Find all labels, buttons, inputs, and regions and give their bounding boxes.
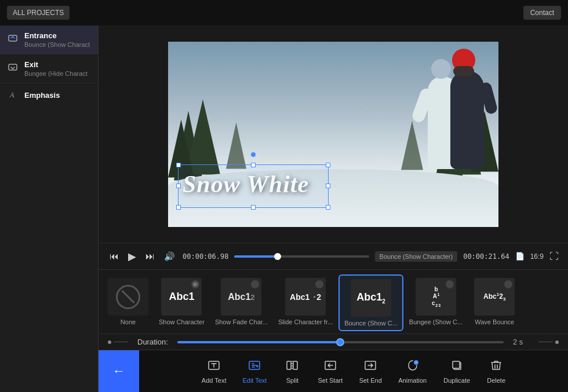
scrubber-handle[interactable] <box>274 253 281 260</box>
duration-label: Duration: <box>137 338 168 346</box>
animation-icon <box>406 358 420 375</box>
handle-mr[interactable] <box>326 184 330 188</box>
duration-marker-2 <box>555 340 559 344</box>
preset-slide-char-label: Slide Character fr... <box>278 318 333 325</box>
preset-slide-thumbnail: Abc1 ⬝2 <box>285 278 326 316</box>
bounce-icon: Abc12 <box>356 291 385 305</box>
wave-icon: Abc123 <box>483 292 505 302</box>
emphasis-title: Emphasis <box>24 91 60 100</box>
volume-button[interactable]: 🔊 <box>162 250 177 263</box>
top-bar: ALL PROJECTS Contact <box>0 0 568 25</box>
duration-fill <box>177 341 341 343</box>
preset-show-char-thumbnail: Abc1 P <box>161 278 202 316</box>
split-label: Split <box>286 377 298 384</box>
preset-wave-label: Wave Bounce <box>475 318 514 325</box>
edit-text-icon <box>247 358 261 375</box>
sidebar-item-emphasis[interactable]: A Emphasis <box>0 83 98 107</box>
preset-show-character[interactable]: Abc1 P Show Character <box>154 274 209 329</box>
delete-label: Delete <box>487 377 505 384</box>
handle-tl[interactable] <box>176 163 181 167</box>
svg-rect-8 <box>293 361 297 369</box>
total-time: 00:00:21.64 <box>463 252 509 261</box>
preset-slide-char[interactable]: Abc1 ⬝2 Slide Character fr... <box>274 274 337 329</box>
video-frame: Snow White <box>168 42 498 227</box>
preset-wave-bounce[interactable]: Abc123 Wave Bounce <box>468 274 520 329</box>
duration-value: 2 s <box>513 338 529 346</box>
preset-bounce-show[interactable]: Abc12 Bounce (Show C... <box>338 274 403 331</box>
person-dark-head <box>453 66 474 76</box>
save-size-button[interactable]: 📄 <box>515 252 525 261</box>
bounce-label: Bounce (Show Character) <box>375 251 458 262</box>
sidebar-item-entrance[interactable]: Entrance Bounce (Show Charact <box>0 25 98 54</box>
toolbar: Add Text Edit Text Split <box>99 350 568 392</box>
svg-rect-7 <box>287 361 291 369</box>
svg-point-12 <box>415 361 417 364</box>
skip-forward-button[interactable]: ⏭ <box>144 250 156 263</box>
preset-show-fade-label: Show Fade Char... <box>215 318 268 325</box>
handle-br[interactable] <box>326 205 330 210</box>
delete-icon <box>489 358 503 375</box>
preset-none-thumbnail <box>108 278 148 316</box>
duration-handle[interactable] <box>336 338 344 346</box>
exit-content: Exit Bungee (Hide Charact <box>24 60 88 77</box>
handle-bc[interactable] <box>251 205 256 210</box>
svg-text:A: A <box>9 91 14 99</box>
current-time: 00:00:06.98 <box>183 252 228 261</box>
exit-icon <box>7 61 19 73</box>
handle-tr[interactable] <box>326 163 330 167</box>
back-button[interactable]: ← <box>99 350 139 392</box>
animation-button[interactable]: Animation <box>390 355 435 387</box>
set-end-icon <box>363 358 377 375</box>
show-char-icon: Abc1 <box>169 291 194 303</box>
show-fade-pro-badge <box>251 280 259 288</box>
none-circle <box>116 285 140 309</box>
sidebar-item-exit[interactable]: Exit Bungee (Hide Charact <box>0 54 98 83</box>
entrance-title: Entrance <box>24 31 90 40</box>
entrance-icon <box>7 32 19 44</box>
set-end-label: Set End <box>359 377 382 384</box>
delete-button[interactable]: Delete <box>479 355 514 387</box>
wave-pro-badge <box>504 280 512 288</box>
preset-show-fade[interactable]: Abc12 Show Fade Char... <box>210 274 272 329</box>
show-fade-icon: Abc12 <box>228 292 254 302</box>
handle-bl[interactable] <box>176 205 181 210</box>
duration-slider[interactable] <box>177 341 504 343</box>
duplicate-label: Duplicate <box>443 377 470 384</box>
rotation-handle[interactable] <box>251 152 256 157</box>
animation-label: Animation <box>398 377 427 384</box>
play-button[interactable]: ▶ <box>126 248 138 265</box>
scrubber-fill <box>234 255 277 258</box>
set-end-button[interactable]: Set End <box>351 355 390 387</box>
video-section: Snow White ⏮ ▶ ⏭ 🔊 00:00:06.98 Bounce (S… <box>99 25 568 392</box>
none-slash <box>121 290 134 303</box>
split-button[interactable]: Split <box>275 355 310 387</box>
add-text-label: Add Text <box>202 377 227 384</box>
edit-text-button[interactable]: Edit Text <box>234 355 275 387</box>
duration-end-markers <box>538 340 559 344</box>
slide-char-icon: Abc1 ⬝2 <box>290 292 321 302</box>
preset-bounce-thumbnail: Abc12 <box>351 279 391 317</box>
entrance-content: Entrance Bounce (Show Charact <box>24 31 90 48</box>
fullscreen-button[interactable]: ⛶ <box>549 251 559 262</box>
entrance-subtitle: Bounce (Show Charact <box>24 41 90 48</box>
contact-button[interactable]: Contact <box>523 6 561 20</box>
set-start-button[interactable]: Set Start <box>310 355 351 387</box>
preset-bungee-show[interactable]: b A 1 c 23 Bungee (Show C... <box>405 274 467 329</box>
skip-back-button[interactable]: ⏮ <box>108 250 121 263</box>
duration-line-1 <box>114 342 128 342</box>
timeline-scrubber[interactable] <box>234 255 369 258</box>
all-projects-button[interactable]: ALL PROJECTS <box>7 6 70 20</box>
preset-none[interactable]: None <box>103 274 153 329</box>
duration-row: Duration: 2 s <box>99 334 568 350</box>
text-selection-box[interactable] <box>178 164 329 208</box>
add-text-button[interactable]: Add Text <box>194 355 235 387</box>
duration-markers <box>108 340 128 344</box>
sidebar: Entrance Bounce (Show Charact Exit Bunge… <box>0 25 99 392</box>
duplicate-button[interactable]: Duplicate <box>435 355 479 387</box>
text-overlay-container: Snow White <box>183 170 309 198</box>
handle-ml[interactable] <box>176 184 181 188</box>
show-char-pro-badge: P <box>191 280 199 288</box>
handle-tc[interactable] <box>251 163 256 167</box>
transport-bar: ⏮ ▶ ⏭ 🔊 00:00:06.98 Bounce (Show Charact… <box>99 243 568 269</box>
split-icon <box>285 358 299 375</box>
